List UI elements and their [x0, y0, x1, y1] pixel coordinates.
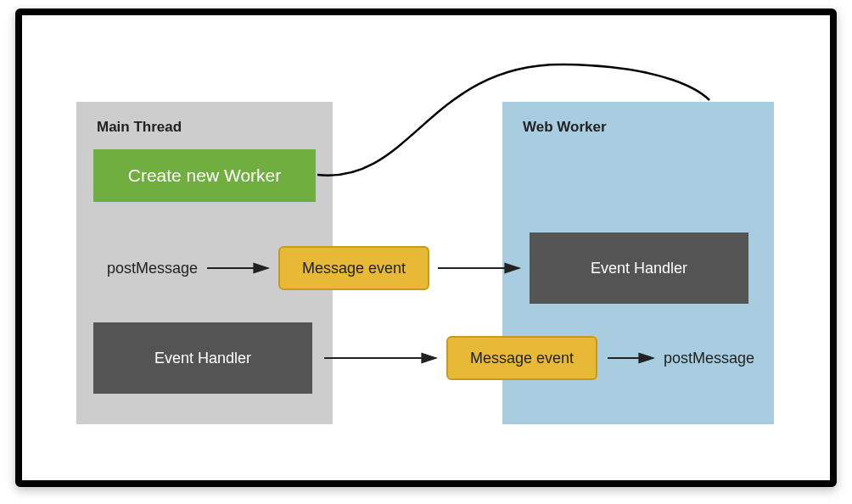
- main-thread-title: Main Thread: [97, 119, 182, 136]
- post-message-label-worker: postMessage: [664, 350, 754, 367]
- event-handler-box-main: Event Handler: [93, 322, 312, 394]
- message-event-box-1: Message event: [278, 246, 429, 290]
- event-handler-box-worker: Event Handler: [530, 232, 748, 304]
- post-message-label-main: postMessage: [107, 260, 198, 277]
- web-worker-title: Web Worker: [523, 119, 607, 136]
- diagram-frame: Main Thread Web Worker Create new Worker…: [15, 8, 837, 487]
- create-worker-box: Create new Worker: [93, 149, 316, 202]
- diagram-canvas: Main Thread Web Worker Create new Worker…: [22, 15, 830, 480]
- message-event-box-2: Message event: [446, 336, 597, 380]
